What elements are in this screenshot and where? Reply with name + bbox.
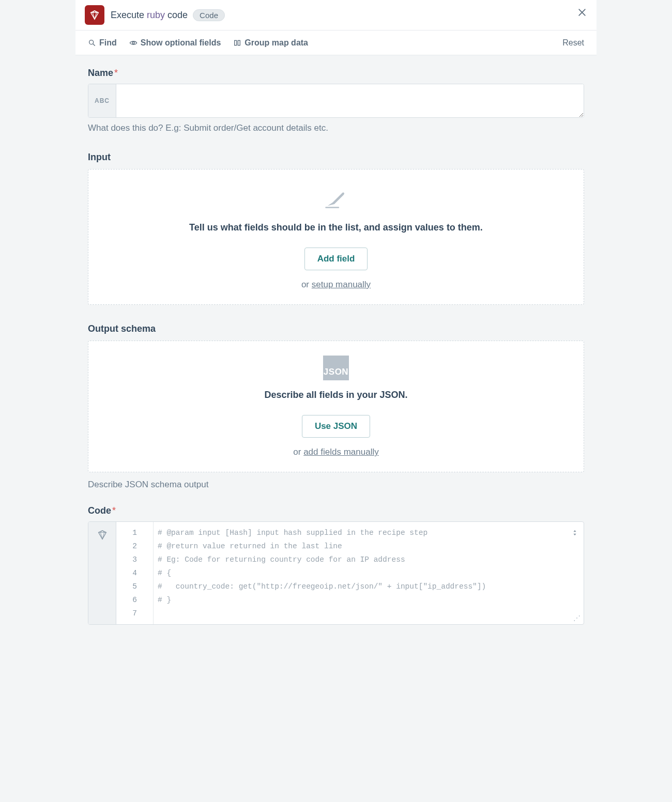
code-chip: Code bbox=[193, 9, 225, 21]
output-section-label: Output schema bbox=[88, 323, 584, 334]
code-label: Code* bbox=[88, 505, 584, 516]
code-line[interactable]: # { bbox=[158, 566, 577, 580]
code-label-text: Code bbox=[88, 505, 111, 516]
code-line[interactable]: # Eg: Code for returning country code fo… bbox=[158, 553, 577, 566]
title-ruby-link[interactable]: ruby bbox=[147, 10, 165, 20]
code-line[interactable] bbox=[158, 607, 577, 620]
code-text-area[interactable]: # @param input [Hash] input hash supplie… bbox=[154, 522, 584, 624]
toolbar: Find Show optional fields Group map data… bbox=[75, 30, 597, 55]
output-or-text: or bbox=[293, 447, 303, 457]
input-or-text: or bbox=[301, 280, 312, 289]
code-left-gutter bbox=[88, 522, 116, 624]
code-line[interactable]: # } bbox=[158, 593, 577, 607]
reset-button[interactable]: Reset bbox=[562, 38, 584, 48]
line-number: 1 bbox=[116, 526, 153, 539]
find-button[interactable]: Find bbox=[88, 38, 117, 48]
sort-handle-icon[interactable] bbox=[571, 529, 578, 538]
json-icon: JSON bbox=[323, 356, 349, 380]
abc-prefix: ABC bbox=[88, 84, 116, 117]
setup-manually-link[interactable]: setup manually bbox=[312, 280, 371, 289]
input-or-line: or setup manually bbox=[99, 280, 573, 290]
input-desc: Tell us what fields should be in the lis… bbox=[99, 222, 573, 233]
input-box: Tell us what fields should be in the lis… bbox=[88, 169, 584, 305]
code-line-numbers: 1234567 bbox=[116, 522, 154, 624]
required-indicator: * bbox=[114, 68, 118, 78]
diamond-icon bbox=[97, 529, 108, 541]
name-label-text: Name bbox=[88, 68, 113, 78]
output-box: JSON Describe all fields in your JSON. U… bbox=[88, 341, 584, 472]
find-label: Find bbox=[99, 38, 117, 48]
code-editor[interactable]: 1234567 # @param input [Hash] input hash… bbox=[88, 521, 584, 625]
name-input-wrapper: ABC bbox=[88, 84, 584, 118]
output-hint: Describe JSON schema output bbox=[88, 480, 584, 490]
eye-icon bbox=[129, 39, 138, 47]
group-map-data-button[interactable]: Group map data bbox=[233, 38, 308, 48]
svg-point-0 bbox=[89, 40, 94, 44]
line-number: 6 bbox=[116, 593, 153, 607]
required-indicator: * bbox=[112, 505, 116, 516]
optional-label: Show optional fields bbox=[141, 38, 221, 48]
panel-title: Execute ruby code bbox=[111, 10, 188, 21]
show-optional-fields-button[interactable]: Show optional fields bbox=[129, 38, 221, 48]
line-number: 5 bbox=[116, 580, 153, 593]
name-input[interactable] bbox=[116, 84, 584, 117]
svg-point-1 bbox=[132, 42, 134, 44]
line-number: 4 bbox=[116, 566, 153, 580]
columns-icon bbox=[233, 39, 241, 47]
svg-rect-2 bbox=[235, 40, 237, 45]
output-desc: Describe all fields in your JSON. bbox=[99, 390, 573, 400]
panel-header: Execute ruby code Code bbox=[75, 0, 597, 30]
use-json-button[interactable]: Use JSON bbox=[302, 415, 370, 438]
ruby-logo-icon bbox=[85, 5, 104, 25]
title-prefix: Execute bbox=[111, 10, 147, 20]
svg-rect-3 bbox=[238, 40, 240, 45]
output-or-line: or add fields manually bbox=[99, 447, 573, 457]
close-button[interactable] bbox=[577, 7, 587, 20]
line-number: 2 bbox=[116, 539, 153, 553]
code-line[interactable]: # @param input [Hash] input hash supplie… bbox=[158, 526, 577, 539]
code-line[interactable]: # country_code: get("http://freegeoip.ne… bbox=[158, 580, 577, 593]
add-field-button[interactable]: Add field bbox=[304, 248, 368, 270]
input-section-label: Input bbox=[88, 152, 584, 163]
pen-icon bbox=[323, 184, 349, 213]
name-hint: What does this do? E.g: Submit order/Get… bbox=[88, 123, 584, 133]
resize-handle-icon[interactable]: ⋰ bbox=[573, 614, 581, 622]
code-line[interactable]: # @return value returned in the last lin… bbox=[158, 539, 577, 553]
title-suffix: code bbox=[165, 10, 188, 20]
group-label: Group map data bbox=[245, 38, 308, 48]
search-icon bbox=[88, 39, 96, 47]
add-fields-manually-link[interactable]: add fields manually bbox=[303, 447, 379, 457]
line-number: 7 bbox=[116, 607, 153, 620]
line-number: 3 bbox=[116, 553, 153, 566]
name-label: Name* bbox=[88, 68, 584, 79]
